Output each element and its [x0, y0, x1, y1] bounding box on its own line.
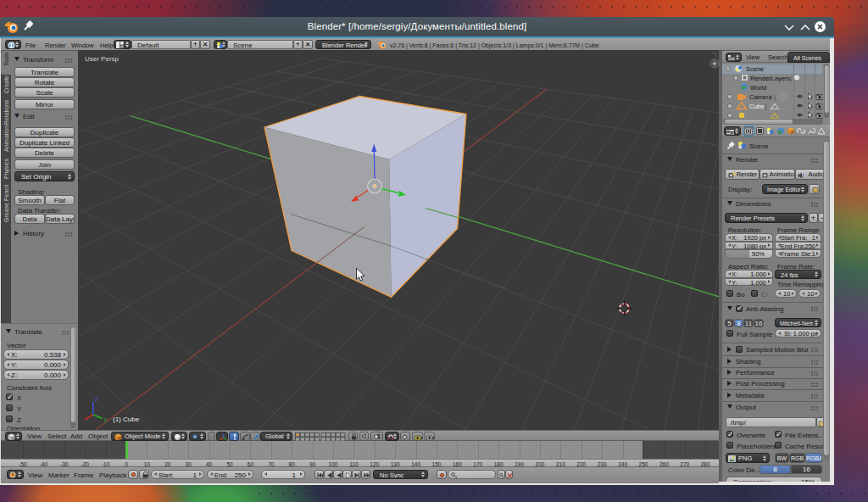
svg-text:|: |: [790, 75, 792, 82]
svg-text:|: |: [765, 103, 766, 110]
svg-text:|: |: [774, 93, 776, 101]
svg-text:World: World: [750, 84, 766, 92]
svg-text:Camera: Camera: [749, 93, 773, 101]
svg-text:y: y: [104, 416, 108, 423]
svg-text:Cube: Cube: [749, 103, 765, 110]
svg-text:User Persp: User Persp: [85, 55, 120, 63]
svg-text:(1) Cube: (1) Cube: [113, 416, 140, 423]
svg-text:Scene: Scene: [746, 65, 764, 73]
svg-text:RenderLayers: RenderLayers: [750, 75, 790, 82]
svg-text:z: z: [95, 396, 98, 402]
